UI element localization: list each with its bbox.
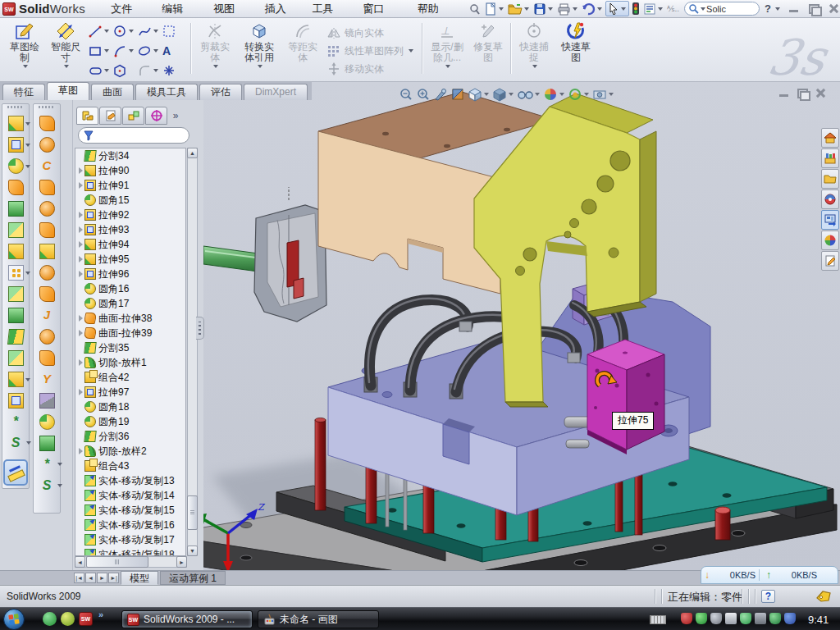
circle-tool[interactable]	[113, 21, 138, 41]
tree-item[interactable]: 切除-放样1	[75, 355, 185, 370]
tool-icon[interactable]	[8, 222, 24, 238]
tool-icon[interactable]	[8, 350, 24, 366]
tool-icon[interactable]: S	[39, 478, 55, 494]
menu-insert[interactable]: 插入(I)	[256, 0, 304, 18]
tool-icon[interactable]	[39, 329, 55, 345]
rapid-sketch-button[interactable]: 快速草图	[556, 21, 596, 78]
tool-icon[interactable]	[8, 265, 24, 281]
scroll-right-button[interactable]: ►	[176, 556, 187, 568]
tree-item[interactable]: 拉伸97	[75, 385, 185, 399]
display-style-icon[interactable]	[492, 87, 514, 102]
sketch-text-tool[interactable]: A	[162, 41, 187, 61]
scroll-up-button[interactable]: ▲	[187, 148, 198, 158]
tab-features[interactable]: 特征	[2, 84, 45, 100]
tool-icon[interactable]: Y	[39, 372, 55, 387]
mirror-entities-button[interactable]: 镜向实体	[326, 25, 384, 41]
measure-tool-pressed[interactable]	[3, 459, 28, 486]
taskbar-clock[interactable]: 9:41	[808, 614, 829, 626]
tool-icon[interactable]	[39, 180, 55, 195]
tray-update-icon[interactable]	[710, 613, 722, 624]
menu-help[interactable]: 帮助(H)	[409, 0, 460, 18]
start-button[interactable]	[2, 608, 26, 630]
tool-icon[interactable]	[8, 158, 24, 174]
scroll-down-button[interactable]: ▼	[187, 546, 198, 556]
graphics-viewport[interactable]: X Y Z	[203, 82, 840, 570]
doc-close-button[interactable]	[813, 87, 827, 99]
panel-splitter-handle[interactable]	[196, 317, 204, 340]
tab-mold-tools[interactable]: 模具工具	[135, 84, 198, 100]
zoom-fit-icon[interactable]	[399, 87, 413, 102]
repair-sketch-button[interactable]: 修复草图	[469, 21, 507, 78]
tree-item[interactable]: 分割35	[75, 340, 185, 355]
file-explorer-icon[interactable]	[821, 169, 839, 189]
zoom-selection-icon[interactable]	[433, 87, 448, 102]
part-red-bolt[interactable]	[715, 507, 730, 540]
new-document-button[interactable]	[483, 1, 505, 17]
select-tool-button[interactable]	[605, 1, 629, 16]
slot-tool[interactable]	[89, 61, 113, 80]
tool-icon[interactable]	[8, 137, 24, 153]
taskbar-window-paint[interactable]: 未命名 - 画图	[258, 610, 379, 628]
display-delete-relations-button[interactable]: ⊥ 显示/删除几...	[427, 21, 468, 78]
restore-button[interactable]	[806, 2, 820, 15]
dimxpertmanager-tab[interactable]	[145, 107, 167, 125]
tag-icon[interactable]	[815, 590, 832, 603]
tool-icon[interactable]	[7, 329, 25, 345]
move-entities-button[interactable]: 移动实体	[326, 61, 384, 77]
tree-item[interactable]: 圆角17	[75, 296, 185, 311]
view-orientation-icon[interactable]	[468, 87, 490, 102]
tree-item[interactable]: 组合43	[75, 459, 185, 473]
trim-entities-button[interactable]: 剪裁实体	[195, 21, 235, 78]
box-select-tool[interactable]	[162, 21, 187, 41]
tool-icon[interactable]: *	[8, 414, 24, 430]
tree-item[interactable]: 实体-移动/复制18	[75, 547, 185, 556]
tray-security-icon[interactable]	[769, 613, 781, 624]
last-tab-button[interactable]: ►|	[108, 573, 119, 583]
tool-icon[interactable]: J	[39, 308, 55, 323]
tree-item[interactable]: 拉伸93	[75, 222, 185, 237]
tree-item[interactable]: 曲面-拉伸39	[75, 326, 185, 340]
rectangle-tool[interactable]	[89, 41, 113, 61]
tree-item[interactable]: 拉伸90	[75, 163, 185, 178]
tree-item[interactable]: 分割34	[75, 148, 185, 163]
panel-expand-chevron[interactable]: »	[168, 107, 183, 125]
quicklaunch-messenger-icon[interactable]	[43, 612, 57, 626]
tool-icon[interactable]	[8, 308, 24, 323]
camera-icon[interactable]	[592, 87, 614, 102]
minimize-button[interactable]	[787, 2, 801, 15]
tool-icon[interactable]	[39, 414, 55, 430]
tool-icon[interactable]	[8, 180, 24, 195]
tool-icon[interactable]	[39, 116, 55, 131]
part-slide-block[interactable]	[587, 340, 664, 454]
quicklaunch-app-icon[interactable]	[61, 612, 75, 626]
taskbar-window-solidworks[interactable]: SW SolidWorks 2009 - ...	[121, 610, 253, 628]
rebuild-button[interactable]	[631, 1, 641, 17]
pin-icon[interactable]	[467, 1, 482, 17]
search-input[interactable]	[706, 4, 749, 14]
tool-icon[interactable]	[39, 137, 55, 153]
custom-properties-icon[interactable]	[821, 251, 839, 271]
appearances-sphere-icon[interactable]	[821, 231, 839, 250]
tool-icon[interactable]	[39, 286, 55, 302]
close-button[interactable]	[826, 2, 840, 15]
tool-icon[interactable]	[8, 116, 24, 131]
network-status-icon[interactable]	[755, 613, 766, 624]
tool-icon[interactable]	[39, 201, 55, 217]
next-tab-button[interactable]: ►	[97, 573, 107, 583]
point-tool[interactable]	[162, 61, 187, 80]
horizontal-scroll-thumb[interactable]	[86, 556, 148, 568]
spline-tool[interactable]	[138, 21, 162, 41]
quicklaunch-solidworks-icon[interactable]: SW	[79, 612, 93, 626]
sketch-fillet-tool[interactable]	[138, 61, 162, 80]
section-view-icon[interactable]	[450, 87, 465, 102]
tab-evaluate[interactable]: 评估	[199, 84, 242, 100]
tray-blocked-icon[interactable]	[784, 613, 796, 624]
tool-icon[interactable]	[39, 393, 55, 409]
save-button[interactable]	[532, 1, 555, 17]
doc-restore-button[interactable]	[795, 87, 809, 99]
overflow-tool-icon[interactable]: ⅍..	[666, 1, 680, 17]
arc-tool[interactable]	[113, 41, 138, 61]
tree-item[interactable]: 实体-移动/复制15	[75, 503, 185, 518]
menu-file[interactable]: 文件(F)	[102, 0, 153, 18]
print-button[interactable]	[556, 1, 579, 17]
